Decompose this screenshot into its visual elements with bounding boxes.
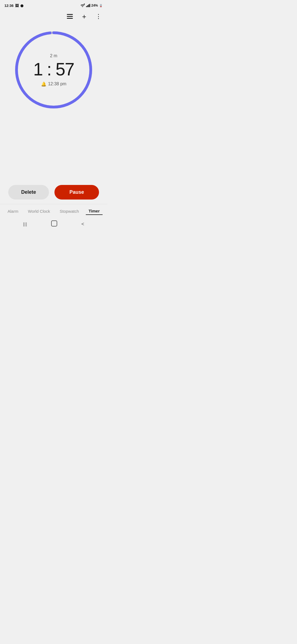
toolbar: + ⋮	[0, 10, 107, 23]
svg-rect-6	[51, 221, 57, 226]
world-clock-label: World Clock	[28, 209, 50, 214]
svg-rect-1	[67, 14, 73, 15]
notification-icon: 🖼	[15, 4, 19, 8]
status-time: 12:36	[4, 4, 13, 8]
recent-apps-button[interactable]: |||	[20, 221, 31, 228]
bottom-nav: Alarm World Clock Stopwatch Timer	[0, 204, 107, 217]
status-bar: 12:36 🖼 ⬤ 24% 🪫	[0, 0, 107, 10]
svg-rect-3	[67, 18, 73, 19]
nav-alarm[interactable]: Alarm	[5, 208, 21, 215]
nav-stopwatch[interactable]: Stopwatch	[57, 208, 82, 215]
timer-label: Timer	[89, 209, 100, 213]
timer-circle: 2 m 1 : 57 🔔 12:38 pm	[12, 29, 95, 111]
timer-countdown: 1 : 57	[33, 61, 74, 78]
bell-icon: 🔔	[41, 81, 46, 87]
wifi-icon	[80, 3, 85, 8]
nav-timer[interactable]: Timer	[86, 208, 103, 215]
stopwatch-label: Stopwatch	[60, 209, 79, 214]
svg-rect-2	[67, 16, 73, 17]
pause-button[interactable]: Pause	[54, 185, 99, 200]
timer-display: 2 m 1 : 57 🔔 12:38 pm	[12, 29, 95, 111]
list-icon[interactable]	[65, 12, 74, 21]
home-button[interactable]	[48, 219, 61, 229]
timer-area: 2 m 1 : 57 🔔 12:38 pm	[0, 23, 107, 111]
location-icon: ⬤	[20, 4, 23, 7]
add-timer-button[interactable]: +	[80, 12, 89, 21]
end-time-label: 12:38 pm	[48, 81, 67, 86]
timer-duration: 2 m	[50, 53, 57, 58]
battery-icon: 🪫	[99, 4, 103, 7]
nav-world-clock[interactable]: World Clock	[25, 208, 53, 215]
system-nav: ||| <	[0, 217, 107, 232]
battery-pct: 24%	[91, 4, 98, 7]
action-buttons: Delete Pause	[0, 179, 107, 204]
signal-icon	[86, 4, 90, 7]
svg-point-0	[84, 4, 85, 5]
timer-end-time: 🔔 12:38 pm	[41, 81, 67, 87]
alarm-label: Alarm	[7, 209, 18, 214]
back-button[interactable]: <	[78, 220, 88, 228]
delete-button[interactable]: Delete	[8, 185, 49, 200]
more-options-icon[interactable]: ⋮	[94, 12, 103, 21]
status-right: 24% 🪫	[80, 3, 103, 8]
status-left: 12:36 🖼 ⬤	[4, 4, 23, 8]
